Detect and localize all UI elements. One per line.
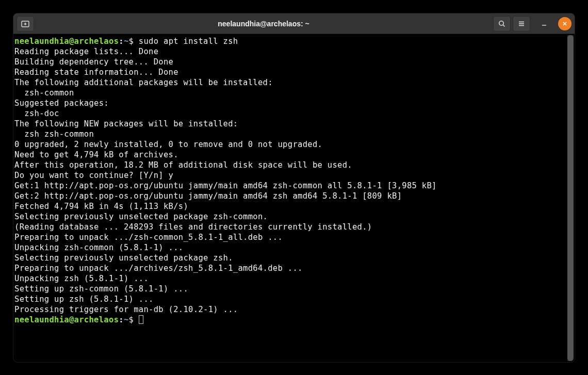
prompt-dollar: $	[129, 37, 134, 46]
minimize-icon	[541, 21, 547, 27]
cursor	[139, 315, 143, 324]
output-line: Get:2 http://apt.pop-os.org/ubuntu jammy…	[14, 191, 402, 201]
search-button[interactable]	[493, 16, 511, 31]
output-line: Unpacking zsh (5.8.1-1) ...	[14, 274, 149, 283]
output-line: Setting up zsh (5.8.1-1) ...	[14, 295, 154, 304]
output-line: After this operation, 18.2 MB of additio…	[14, 160, 352, 170]
output-line: Setting up zsh-common (5.8.1-1) ...	[14, 284, 188, 294]
prompt-user-host: neelaundhia@archelaos	[14, 37, 119, 46]
output-line: The following NEW packages will be insta…	[14, 119, 238, 128]
output-line: Need to get 4,794 kB of archives.	[14, 150, 178, 159]
new-tab-button[interactable]	[17, 16, 34, 31]
output-line: Fetched 4,794 kB in 4s (1,113 kB/s)	[14, 202, 188, 211]
output-line: Get:1 http://apt.pop-os.org/ubuntu jammy…	[14, 181, 437, 190]
output-line: zsh-common	[14, 88, 74, 97]
output-line: Processing triggers for man-db (2.10.2-1…	[14, 305, 238, 314]
output-line: Selecting previously unselected package …	[14, 253, 233, 263]
terminal-content[interactable]: neelaundhia@archelaos:~$ sudo apt instal…	[14, 35, 567, 361]
close-icon	[562, 21, 568, 27]
terminal-body[interactable]: neelaundhia@archelaos:~$ sudo apt instal…	[13, 34, 575, 362]
prompt-path: ~	[124, 37, 129, 46]
output-line: Building dependency tree... Done	[14, 57, 173, 67]
svg-line-4	[503, 25, 504, 26]
output-line: Suggested packages:	[14, 99, 109, 108]
output-line: Unpacking zsh-common (5.8.1-1) ...	[14, 243, 183, 252]
output-line: Reading package lists... Done	[14, 47, 158, 56]
titlebar: neelaundhia@archelaos: ~	[13, 13, 575, 34]
new-tab-icon	[21, 20, 29, 28]
scrollbar-thumb[interactable]	[567, 35, 574, 361]
output-line: zsh zsh-common	[14, 129, 94, 139]
output-line: Preparing to unpack .../archives/zsh_5.8…	[14, 264, 303, 273]
output-line: Selecting previously unselected package …	[14, 212, 268, 221]
menu-button[interactable]	[513, 16, 530, 31]
close-button[interactable]	[558, 17, 571, 30]
minimize-button[interactable]	[537, 17, 551, 30]
output-line: (Reading database ... 248293 files and d…	[14, 222, 372, 232]
prompt-path: ~	[124, 315, 129, 324]
prompt-colon: :	[119, 37, 124, 46]
scrollbar[interactable]	[567, 35, 574, 361]
svg-point-3	[499, 21, 503, 25]
output-line: The following additional packages will b…	[14, 78, 273, 87]
prompt-dollar: $	[129, 315, 134, 324]
window-title: neelaundhia@archelaos: ~	[34, 20, 493, 28]
output-line: Reading state information... Done	[14, 68, 178, 77]
hamburger-icon	[517, 20, 526, 28]
output-line: 0 upgraded, 2 newly installed, 0 to remo…	[14, 140, 322, 149]
prompt-user-host: neelaundhia@archelaos	[14, 315, 119, 324]
output-line: zsh-doc	[14, 109, 59, 118]
command-text: sudo apt install zsh	[134, 37, 238, 46]
output-line: Preparing to unpack .../zsh-common_5.8.1…	[14, 233, 283, 242]
search-icon	[498, 20, 506, 28]
prompt-colon: :	[119, 315, 124, 324]
output-line: Do you want to continue? [Y/n] y	[14, 171, 173, 180]
terminal-window: neelaundhia@archelaos: ~	[13, 13, 575, 362]
